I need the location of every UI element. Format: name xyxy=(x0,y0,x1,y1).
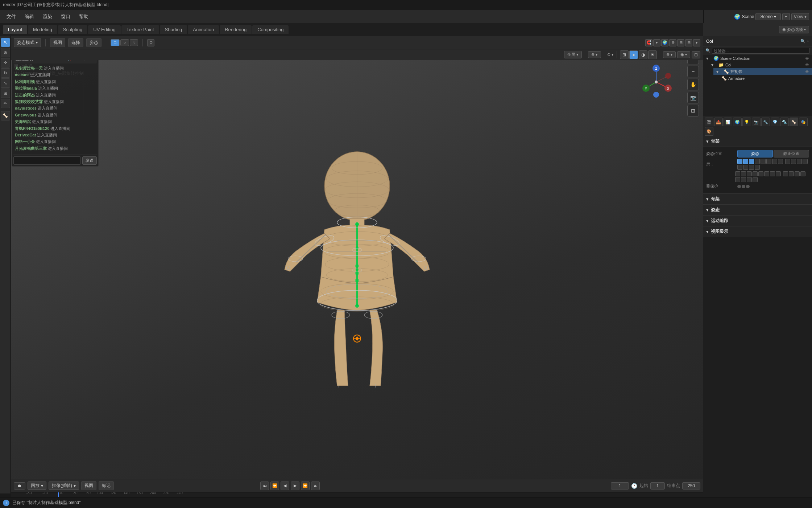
play-btn[interactable]: ▶ xyxy=(291,482,299,490)
props-tab-data[interactable]: 🦴 xyxy=(790,118,798,126)
transform-extra[interactable]: ⊟ xyxy=(685,39,692,46)
layer-btn-12[interactable] xyxy=(803,159,808,164)
layer-btn-29[interactable] xyxy=(735,177,740,182)
props-tab-physics[interactable]: 🔩 xyxy=(780,118,789,126)
transform-global[interactable]: 🌍 xyxy=(661,39,668,46)
timeline-mode-dropdown[interactable]: 回放 ▾ xyxy=(28,482,46,490)
tool-scale[interactable]: ⤡ xyxy=(1,78,10,88)
props-tab-particles[interactable]: 💎 xyxy=(771,118,779,126)
jump-end-btn[interactable]: ⏭ xyxy=(311,482,320,490)
layer-btn-28[interactable] xyxy=(800,171,805,176)
layer-btn-18[interactable] xyxy=(741,171,746,176)
main-viewport[interactable]: 用户透视 (1) Armature：控制骨_头部旋转控制 Z X Y xyxy=(11,60,703,479)
layer-btn-10[interactable] xyxy=(791,159,796,164)
layer-btn-30[interactable] xyxy=(741,177,746,182)
transform-arrows[interactable]: ▾ xyxy=(693,39,700,46)
scene-add-btn[interactable]: + xyxy=(782,13,790,20)
tool-transform[interactable]: ⊞ xyxy=(1,89,10,98)
prot-dot-2[interactable] xyxy=(742,185,745,188)
layer-btn-15[interactable] xyxy=(749,165,754,170)
navigation-gizmo[interactable]: Z X Y xyxy=(638,64,674,100)
outliner-filter[interactable]: 🔍 xyxy=(800,39,805,44)
eye-1[interactable]: 👁 xyxy=(805,56,809,61)
props-tab-output[interactable]: 📤 xyxy=(714,118,723,126)
outliner-search-input[interactable] xyxy=(712,48,810,54)
menu-file[interactable]: 文件 xyxy=(3,12,20,21)
props-tab-render[interactable]: 🎬 xyxy=(705,118,713,126)
xray-toggle[interactable]: ⊡ xyxy=(692,51,700,58)
layer-btn-27[interactable] xyxy=(795,171,800,176)
chat-input-field[interactable] xyxy=(13,156,81,165)
rest-position-btn[interactable]: 静止位置 xyxy=(774,150,809,157)
grid-view-btn[interactable]: ⊞ xyxy=(687,105,699,116)
tool-cursor[interactable]: ⊕ xyxy=(1,48,10,57)
motion-section-header[interactable]: ▾ 运动追踪 xyxy=(703,216,812,226)
snap-toggle[interactable]: 🧲 xyxy=(645,39,652,46)
layer-btn-32[interactable] xyxy=(753,177,758,182)
display-section-header[interactable]: ▾ 视图显示 xyxy=(703,226,812,237)
wire-shade[interactable]: ⊞ xyxy=(620,50,629,59)
outliner-row-col[interactable]: ▾ 📁 Col 👁 xyxy=(708,62,812,68)
mode-dropdown[interactable]: 姿态模式 ▾ xyxy=(14,38,41,47)
layer-btn-4[interactable] xyxy=(755,159,760,164)
prev-keyframe-btn[interactable]: ⏪ xyxy=(270,482,279,490)
prot-dot-3[interactable] xyxy=(746,185,750,188)
select-menu[interactable]: 选择 xyxy=(68,38,83,47)
material-shade[interactable]: ◑ xyxy=(639,50,647,59)
camera-view-btn[interactable]: 📷 xyxy=(687,92,699,103)
jump-start-btn[interactable]: ⏮ xyxy=(260,482,269,490)
solid-shade[interactable]: ● xyxy=(629,50,638,59)
layer-btn-11[interactable] xyxy=(797,159,802,164)
pose-menu[interactable]: 姿态 xyxy=(86,38,102,47)
proportional-falloff[interactable]: ⊙ ▾ xyxy=(607,52,614,57)
eye-3[interactable]: 👁 xyxy=(805,70,809,74)
armature-section-header[interactable]: ▾ 骨架 xyxy=(703,136,812,147)
play-back-btn[interactable]: ◀ xyxy=(281,482,289,490)
snap-options[interactable]: ▾ xyxy=(653,39,660,46)
transform-normal[interactable]: ⊕ xyxy=(669,39,676,46)
layer-btn-14[interactable] xyxy=(743,165,748,170)
menu-help[interactable]: 帮助 xyxy=(75,12,92,21)
chat-send-button[interactable]: 发送 xyxy=(82,156,97,165)
view-menu[interactable]: 视图 xyxy=(50,38,65,47)
pan-btn[interactable]: ✋ xyxy=(687,79,699,90)
tab-compositing[interactable]: Compositing xyxy=(252,25,289,34)
props-tab-modifiers[interactable]: 🔧 xyxy=(761,118,770,126)
proportional-edit[interactable]: ⊙ xyxy=(147,39,154,46)
props-tab-scene[interactable]: 🌍 xyxy=(733,118,742,126)
timeline-marker-btn[interactable]: 标记 xyxy=(99,481,114,490)
tab-rendering[interactable]: Rendering xyxy=(220,25,252,34)
outliner-add[interactable]: + xyxy=(807,39,809,44)
render-shade[interactable]: ☀ xyxy=(648,50,657,59)
start-frame-input[interactable]: 1 xyxy=(650,482,665,489)
select-lasso-btn[interactable]: ⌇ xyxy=(130,39,138,46)
layer-btn-31[interactable] xyxy=(747,177,752,182)
props-tab-materials[interactable]: 🎨 xyxy=(705,127,713,136)
pose-position-btn[interactable]: 姿态 xyxy=(737,150,773,157)
eye-2[interactable]: 👁 xyxy=(805,63,809,67)
props-tab-world[interactable]: 💡 xyxy=(742,118,751,126)
snap-pivot[interactable]: ⊕ ▾ xyxy=(588,51,601,58)
tab-sculpting[interactable]: Sculpting xyxy=(58,25,87,34)
layer-btn-23[interactable] xyxy=(770,171,775,176)
layer-btn-2[interactable] xyxy=(743,159,748,164)
props-tab-object[interactable]: 📷 xyxy=(752,118,761,126)
outliner-row-scene[interactable]: ▾ 🌍 Scene Collection 👁 xyxy=(703,55,812,62)
menu-window[interactable]: 窗口 xyxy=(57,12,74,21)
layer-btn-1[interactable] xyxy=(737,159,742,164)
tool-move[interactable]: ✛ xyxy=(1,58,10,67)
timeline-view-btn[interactable]: 视图 xyxy=(81,481,96,490)
render-engine-dropdown[interactable]: View ▾ xyxy=(791,13,809,20)
props-tab-constraints[interactable]: 🎭 xyxy=(799,118,808,126)
overlay-toggle[interactable]: ◉姿态选项▾ xyxy=(779,26,809,33)
end-frame-input[interactable]: 250 xyxy=(682,482,700,489)
gizmos-toggle[interactable]: ⊕▾ xyxy=(663,51,676,58)
layer-btn-26[interactable] xyxy=(789,171,794,176)
tab-shading[interactable]: Shading xyxy=(160,25,187,34)
layer-btn-19[interactable] xyxy=(747,171,752,176)
viewport-local-view[interactable]: 全局 ▾ xyxy=(564,51,582,58)
tool-annotate[interactable]: ✏ xyxy=(1,99,10,108)
layer-btn-3[interactable] xyxy=(749,159,754,164)
keyframe-mode-dropdown[interactable]: 抠像(插帧) ▾ xyxy=(49,482,79,490)
current-frame-input[interactable]: 1 xyxy=(611,482,629,489)
